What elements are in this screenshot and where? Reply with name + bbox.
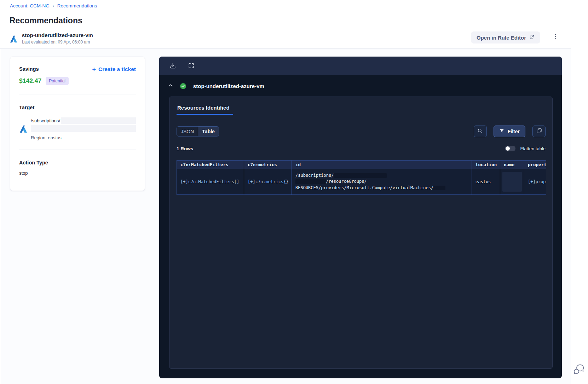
target-label: Target: [19, 105, 136, 110]
column-header-matched-filters: c7n:MatchedFilters: [177, 161, 244, 169]
open-in-rule-editor-label: Open in Rule Editor: [477, 35, 526, 41]
cell-name: [500, 169, 524, 195]
toggle-knob: [506, 146, 510, 151]
external-link-icon: [529, 34, 535, 41]
card-divider: [19, 94, 136, 94]
cell-resource-id: /subscriptions/ /resourceGroups/ RESOURC…: [292, 169, 472, 195]
search-icon: [477, 128, 483, 135]
resources-identified-card: Resources Identified JSON Table: [169, 97, 553, 369]
kebab-icon: [552, 33, 559, 41]
download-button[interactable]: [169, 63, 176, 70]
rule-header: stop-underutilized-azure-vm Last evaluat…: [0, 25, 571, 49]
download-icon: [169, 62, 176, 70]
column-header-name: name: [500, 161, 524, 169]
redacted-vm-name: [433, 186, 445, 190]
breadcrumb-account-link[interactable]: Account: CCM-NG: [10, 3, 50, 8]
cell-matched-filters-expander[interactable]: [+]c7n:MatchedFilters[]: [177, 169, 244, 195]
page-right-divider: [571, 0, 571, 384]
rule-name: stop-underutilized-azure-vm: [22, 32, 93, 38]
id-line-1: /subscriptions/: [295, 173, 334, 178]
redacted-guid: [295, 179, 326, 184]
filter-button[interactable]: Filter: [494, 126, 525, 137]
open-in-rule-editor-button[interactable]: Open in Rule Editor: [471, 31, 540, 43]
create-ticket-button[interactable]: + Create a ticket: [92, 66, 136, 72]
table-meta-row: 1 Rows Flatten table: [177, 145, 546, 152]
chevron-up-icon: [168, 83, 173, 89]
cell-location: eastus: [472, 169, 500, 195]
breadcrumb-current-link[interactable]: Recommendations: [57, 3, 97, 8]
savings-amount: $142.47: [19, 77, 41, 85]
column-header-id: id: [292, 161, 472, 169]
plus-icon: +: [92, 67, 96, 72]
fullscreen-button[interactable]: [188, 63, 195, 70]
tab-resources-identified[interactable]: Resources Identified: [177, 103, 233, 115]
action-type-value: stop: [19, 170, 136, 176]
azure-icon: [19, 125, 28, 133]
filter-label: Filter: [508, 129, 520, 134]
rule-output-panel: stop-underutilized-azure-vm Resources Id…: [159, 57, 562, 378]
table-header-row: c7n:MatchedFilters c7n:metrics id locati…: [177, 161, 547, 169]
id-line-3: RESOURCES/providers/Microsoft.Compute/vi…: [295, 185, 433, 190]
search-button[interactable]: [474, 126, 487, 137]
cell-properties-expander[interactable]: [+]properties{}: [524, 169, 547, 195]
more-options-button[interactable]: [550, 31, 560, 43]
filter-icon: [499, 128, 505, 135]
rule-last-evaluated: Last evaluated on: 09 Apr, 06:00 am: [22, 40, 90, 45]
panel-toolbar: [159, 57, 562, 75]
column-header-location: location: [472, 161, 500, 169]
copy-button[interactable]: [532, 126, 546, 137]
redacted-subscription-id: [61, 117, 136, 124]
view-toggle-table[interactable]: Table: [198, 127, 219, 136]
recommendations-page: Account: CCM-NG › Recommendations Recomm…: [0, 0, 588, 384]
collapse-section-button[interactable]: [168, 83, 174, 89]
savings-potential-badge: Potential: [46, 77, 69, 85]
resources-table: c7n:MatchedFilters c7n:metrics id locati…: [177, 160, 546, 195]
resources-table-wrapper: c7n:MatchedFilters c7n:metrics id locati…: [177, 160, 546, 195]
target-path: /subscriptions/: [31, 118, 60, 123]
page-title: Recommendations: [10, 16, 82, 25]
panel-rule-title: stop-underutilized-azure-vm: [193, 83, 264, 89]
create-ticket-label: Create a ticket: [98, 66, 136, 72]
rule-result-header: stop-underutilized-azure-vm: [159, 75, 562, 97]
column-header-properties: properties: [524, 161, 547, 169]
page-left-divider: [1, 0, 1, 384]
fullscreen-icon: [188, 62, 195, 70]
redacted-guid: [334, 173, 387, 178]
view-toggle-json[interactable]: JSON: [177, 127, 198, 136]
table-controls: JSON Table: [177, 126, 546, 137]
copy-icon: [536, 128, 542, 135]
chat-icon: [572, 372, 585, 377]
recommendation-details-card: Savings + Create a ticket $142.47 Potent…: [10, 57, 145, 191]
flatten-table-label: Flatten table: [520, 146, 546, 151]
azure-icon: [10, 35, 18, 43]
cell-metrics-expander[interactable]: [+]c7n:metrics{}: [244, 169, 292, 195]
savings-label: Savings: [19, 66, 39, 72]
flatten-table-toggle[interactable]: [505, 146, 515, 151]
card-divider: [19, 150, 136, 150]
id-line-2: /resourceGroups/: [326, 179, 367, 184]
view-toggle: JSON Table: [177, 126, 219, 136]
breadcrumb-separator-icon: ›: [53, 4, 54, 8]
breadcrumb: Account: CCM-NG › Recommendations: [10, 3, 97, 8]
redacted-resource-path: [31, 125, 136, 132]
success-check-icon: [180, 83, 186, 89]
rows-count: 1 Rows: [177, 146, 193, 151]
target-region: Region: eastus: [31, 135, 136, 140]
redacted-name: [502, 172, 522, 192]
table-row: [+]c7n:MatchedFilters[] [+]c7n:metrics{}…: [177, 169, 547, 195]
column-header-metrics: c7n:metrics: [244, 161, 292, 169]
action-type-label: Action Type: [19, 160, 136, 165]
support-chat-button[interactable]: [572, 363, 585, 376]
